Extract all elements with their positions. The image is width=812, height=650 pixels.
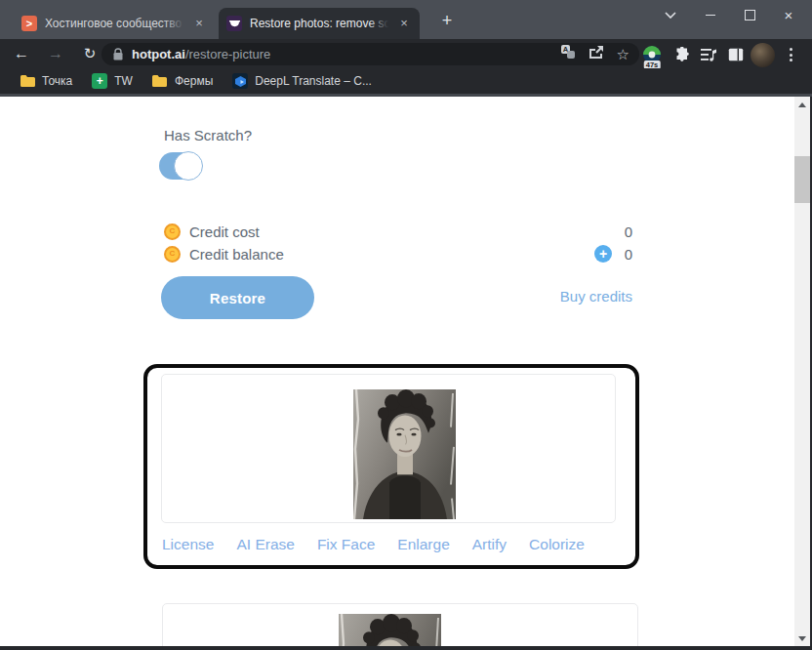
toggle-knob bbox=[174, 151, 203, 181]
tab-title: Restore photos: remove scratche bbox=[250, 17, 388, 30]
bookmark-label: Точка bbox=[42, 74, 72, 88]
avatar-image bbox=[751, 43, 775, 67]
media-controls-icon[interactable] bbox=[696, 42, 721, 67]
scrollbar-thumb[interactable] bbox=[794, 156, 810, 203]
deepl-icon bbox=[232, 73, 248, 89]
close-tab-icon[interactable]: × bbox=[191, 16, 207, 31]
credit-cost-value: 0 bbox=[625, 223, 632, 240]
photo-frame bbox=[161, 374, 616, 523]
window-bottom-edge bbox=[0, 646, 812, 650]
profile-chevron-button[interactable] bbox=[651, 0, 690, 29]
card-action-links: License AI Erase Fix Face Enlarge Artify… bbox=[162, 536, 585, 553]
bookmarks-bar: Точка + TW Фермы DeepL Translate – C... bbox=[0, 68, 812, 94]
bookmark-star-icon[interactable]: ☆ bbox=[617, 47, 629, 61]
profile-avatar[interactable] bbox=[750, 42, 775, 67]
credit-cost-row: C Credit cost 0 bbox=[164, 222, 632, 241]
translate-icon[interactable]: A bbox=[560, 44, 576, 63]
timeweb-favicon-icon: > bbox=[21, 16, 37, 31]
scroll-down-button[interactable] bbox=[794, 630, 810, 646]
forward-button[interactable]: → bbox=[44, 42, 67, 65]
browser-toolbar: ← → ↻ hotpot.ai/restore-picture A bbox=[0, 39, 812, 68]
bookmark-folder-fermy[interactable]: Фермы bbox=[146, 70, 219, 92]
enlarge-link[interactable]: Enlarge bbox=[397, 536, 449, 553]
url-domain: hotpot.ai bbox=[132, 47, 185, 61]
bookmark-deepl[interactable]: DeepL Translate – C... bbox=[226, 70, 378, 92]
second-photo-frame bbox=[162, 603, 638, 646]
bookmark-label: Фермы bbox=[175, 74, 213, 88]
url-text: hotpot.ai/restore-picture bbox=[132, 47, 270, 61]
has-scratch-label: Has Scratch? bbox=[164, 127, 252, 143]
scroll-up-button[interactable] bbox=[794, 97, 810, 112]
ai-erase-link[interactable]: AI Erase bbox=[236, 536, 294, 553]
fix-face-link[interactable]: Fix Face bbox=[317, 536, 375, 553]
credit-balance-label: Credit balance bbox=[189, 246, 284, 263]
timeweb-icon: + bbox=[92, 73, 107, 89]
minimize-icon bbox=[706, 15, 715, 16]
folder-icon bbox=[20, 73, 35, 89]
bookmark-tw[interactable]: + TW bbox=[86, 70, 139, 92]
reload-button[interactable]: ↻ bbox=[78, 42, 102, 65]
buy-credits-link[interactable]: Buy credits bbox=[540, 288, 632, 305]
has-scratch-toggle[interactable] bbox=[159, 152, 202, 180]
close-icon: × bbox=[785, 7, 793, 23]
new-tab-button[interactable]: + bbox=[435, 10, 459, 33]
artify-link[interactable]: Artify bbox=[472, 536, 507, 553]
side-panel-icon[interactable] bbox=[723, 42, 749, 67]
restored-photo-preview bbox=[353, 389, 456, 519]
timer-extension-icon[interactable]: 47s bbox=[639, 42, 665, 67]
hotpot-favicon-icon bbox=[226, 16, 242, 31]
coin-icon: C bbox=[164, 223, 181, 240]
page-content: Has Scratch? C Credit cost 0 C Credit ba… bbox=[0, 97, 810, 646]
folder-icon bbox=[152, 73, 168, 89]
address-bar[interactable]: hotpot.ai/restore-picture A ☆ bbox=[102, 43, 639, 65]
credit-cost-label: Credit cost bbox=[189, 223, 260, 240]
result-card-highlighted: License AI Erase Fix Face Enlarge Artify… bbox=[143, 364, 639, 569]
bookmark-label: TW bbox=[114, 74, 133, 88]
url-path: /restore-picture bbox=[185, 47, 270, 61]
minimize-button[interactable] bbox=[691, 0, 730, 29]
tab-restore-photos[interactable]: Restore photos: remove scratche × bbox=[219, 8, 420, 39]
credit-balance-value: 0 bbox=[625, 246, 632, 263]
bookmark-label: DeepL Translate – C... bbox=[255, 74, 372, 88]
tab-strip: > Хостинговое сообщество «Time × Restore… bbox=[0, 0, 812, 39]
extensions-puzzle-icon[interactable] bbox=[670, 42, 695, 67]
original-photo-preview bbox=[339, 614, 441, 646]
bookmark-folder-tochka[interactable]: Точка bbox=[14, 70, 78, 92]
lock-icon bbox=[113, 48, 123, 61]
colorize-link[interactable]: Colorize bbox=[529, 536, 585, 553]
tab-title: Хостинговое сообщество «Time bbox=[45, 17, 183, 30]
restore-button[interactable]: Restore bbox=[161, 276, 314, 319]
coin-icon: C bbox=[164, 246, 181, 263]
page-scrollbar[interactable] bbox=[794, 97, 810, 646]
credit-balance-row: C Credit balance + 0 bbox=[164, 244, 632, 264]
maximize-button[interactable] bbox=[730, 0, 769, 29]
maximize-icon bbox=[745, 10, 755, 20]
back-button[interactable]: ← bbox=[10, 42, 33, 65]
share-icon[interactable] bbox=[589, 45, 604, 62]
browser-menu-kebab-icon[interactable] bbox=[778, 42, 803, 67]
license-link[interactable]: License bbox=[162, 536, 214, 553]
tab-hosting-community[interactable]: > Хостинговое сообщество «Time × bbox=[14, 8, 215, 39]
close-window-button[interactable]: × bbox=[769, 0, 808, 29]
add-credits-button[interactable]: + bbox=[594, 245, 612, 263]
close-tab-icon[interactable]: × bbox=[396, 16, 412, 31]
